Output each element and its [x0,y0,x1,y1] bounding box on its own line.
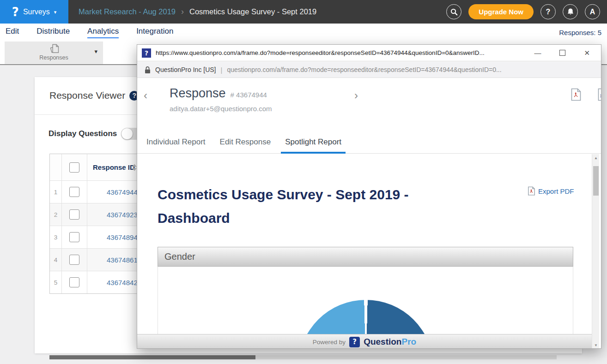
popup-title-bar[interactable]: ? https://www.questionpro.com/a/frame.do… [137,45,601,61]
top-header: ? Surveys ▾ Market Research - Aug 2019 ›… [0,0,607,24]
survey-nav-tabs: Edit Distribute Analytics Integration [0,27,173,38]
row-checkbox[interactable] [69,232,79,242]
svg-text:x: x [600,93,601,98]
responses-count: Responses: 5 [559,29,607,36]
pdf-file-icon [528,186,535,196]
security-divider: | [221,66,223,74]
help-button[interactable]: ? [540,4,556,19]
response-viewer-title: Response Viewer [49,90,125,101]
row-number: 1 [50,181,62,203]
response-title: Response [170,86,226,101]
row-number: 3 [50,226,62,248]
breadcrumb: Market Research - Aug 2019 › Cosmetics U… [79,7,316,17]
breadcrumb-folder-link[interactable]: Market Research - Aug 2019 [79,7,176,16]
scroll-down-arrow-icon[interactable]: ▼ [592,343,600,347]
tab-analytics[interactable]: Analytics [87,27,119,38]
header-actions: Upgrade Now ? A [446,4,607,19]
tab-edit[interactable]: Edit [6,27,19,38]
questionpro-footer-logo-icon: ? [349,337,360,347]
export-pdf-link[interactable]: Export PDF [528,186,574,196]
scroll-up-arrow-icon[interactable]: ▲ [592,156,600,160]
powered-by-label: Powered by [313,339,346,346]
row-number: 2 [50,203,62,226]
search-icon [450,8,458,16]
horizontal-scrollbar-thumb[interactable] [49,355,255,359]
minimize-icon[interactable]: — [534,49,541,56]
security-org[interactable]: QuestionPro Inc [US] [155,66,216,73]
row-checkbox[interactable] [69,209,79,220]
notifications-button[interactable] [563,4,578,19]
close-icon[interactable]: ✕ [584,49,590,56]
row-checkbox[interactable] [69,277,79,287]
spotlight-report-content: Cosmetics Usage Survey - Sept 2019 - Das… [137,154,592,334]
export-doc-icon-partial[interactable]: x [597,88,601,103]
tab-individual-report[interactable]: Individual Report [146,134,206,154]
window-controls: — ✕ [534,49,596,56]
gender-section-header: Gender [158,247,573,267]
previous-response-button[interactable]: ‹ [144,90,147,101]
surveys-menu[interactable]: ? Surveys ▾ [0,0,68,24]
popup-url-text: https://www.questionpro.com/a/frame.do?m… [156,49,529,56]
tab-integration[interactable]: Integration [136,27,173,38]
upgrade-now-button[interactable]: Upgrade Now [468,4,534,19]
checkbox-cell [62,249,87,271]
checkbox-cell [62,271,87,293]
select-all-cell [62,154,87,180]
respondent-email: aditya.datar+5@questionpro.com [170,105,272,113]
chevron-down-icon: ▾ [54,9,57,15]
popup-scrollbar-thumb[interactable] [593,166,599,196]
responses-dropdown-caret-icon[interactable]: ▾ [94,48,97,55]
checkbox-cell [62,181,87,203]
next-response-button[interactable]: › [354,90,358,101]
breadcrumb-separator-icon: › [181,7,184,17]
horizontal-scrollbar[interactable] [49,355,557,359]
checkbox-cell [62,203,87,226]
avatar-initial: A [590,8,595,16]
bell-icon [567,8,574,16]
row-number: 5 [50,271,62,293]
search-button[interactable] [446,4,461,19]
gender-section-title: Gender [164,251,195,262]
response-editor-window: ? https://www.questionpro.com/a/frame.do… [137,44,601,349]
popup-vertical-scrollbar[interactable]: ▲ ▼ [592,154,599,349]
product-name: Surveys [23,8,50,16]
row-number: 4 [50,249,62,271]
select-all-checkbox[interactable] [69,162,79,173]
questionpro-logo-icon: ? [12,5,19,19]
checkbox-cell [62,226,87,248]
response-header: Response # 43674944 [170,86,267,101]
export-pdf-icon[interactable] [571,88,582,103]
security-address-bar: QuestionPro Inc [US] | questionpro.com/a… [137,62,601,78]
dashboard-title: Cosmetics Usage Survey - Sept 2019 - Das… [158,183,462,230]
response-id: # 43674944 [231,91,267,99]
tab-spotlight-report[interactable]: Spotlight Report [281,134,346,154]
tab-edit-response[interactable]: Edit Response [220,134,271,154]
report-tabs: Individual Report Edit Response Spotligh… [137,134,601,154]
avatar[interactable]: A [585,4,600,19]
page-title: Response Viewer ? [49,90,139,101]
display-questions-label: Display Questions [49,129,117,138]
maximize-icon[interactable] [559,50,565,56]
row-checkbox[interactable] [69,255,79,265]
toggle-knob [121,128,133,139]
gender-pie [298,300,433,334]
question-mark-icon: ? [546,8,551,16]
responses-tool-label: Responses [5,54,103,61]
gender-chart-area [158,267,573,334]
app-screen: ? Surveys ▾ Market Research - Aug 2019 ›… [0,0,607,364]
sort-icon[interactable] [132,164,137,171]
tab-distribute[interactable]: Distribute [36,27,70,38]
responses-tool-button[interactable]: Responses ▾ [5,42,103,64]
lock-icon [145,66,151,74]
gender-section: Gender [158,247,573,334]
questionpro-wordmark[interactable]: QuestionPro [364,337,416,347]
questionpro-favicon-icon: ? [142,48,151,58]
row-number-header [50,154,62,180]
security-url[interactable]: questionpro.com/a/frame.do?mode=response… [227,66,601,73]
row-checkbox[interactable] [69,187,79,197]
powered-by-bar: Powered by ? QuestionPro [137,334,592,349]
survey-nav: Edit Distribute Analytics Integration Re… [0,24,607,42]
breadcrumb-survey-title: Cosmetics Usage Survey - Sept 2019 [189,7,316,16]
